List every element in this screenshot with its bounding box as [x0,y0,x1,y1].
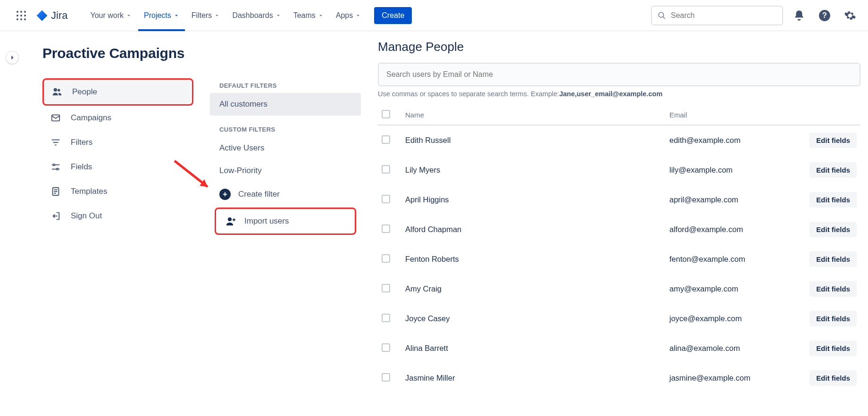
edit-fields-button[interactable]: Edit fields [810,341,857,356]
edit-fields-button[interactable]: Edit fields [810,311,857,326]
main-heading: Manage People [378,40,860,54]
chevron-down-icon [214,13,220,18]
nav-item-label: Teams [293,11,316,20]
sidebar-item-signout[interactable]: Sign Out [42,204,193,228]
filters-column: DEFAULT FILTERS All customers CUSTOM FIL… [210,31,361,416]
nav-item-label: Dashboards [232,11,273,20]
users-table: Name Email Edith Russell edith@example.c… [378,105,860,393]
row-email: fenton@example.com [666,244,799,274]
svg-point-8 [24,18,26,20]
table-row: Edith Russell edith@example.com Edit fie… [378,125,860,155]
global-search[interactable] [651,6,783,25]
row-name: Lily Myers [401,155,666,185]
row-name: Alford Chapman [401,215,666,244]
nav-item-label: Your work [90,11,124,20]
content: Proactive Campaigns People Campaigns Fil… [0,31,868,416]
sidebar: Proactive Campaigns People Campaigns Fil… [0,31,210,416]
edit-fields-button[interactable]: Edit fields [810,251,857,267]
row-email: edith@example.com [666,125,799,155]
row-checkbox[interactable] [382,195,390,203]
sidebar-item-templates[interactable]: Templates [42,179,193,204]
filter-item-label: Low-Priority [219,166,262,175]
sidebar-item-fields[interactable]: Fields [42,155,193,179]
svg-point-0 [17,11,18,13]
nav-item-apps[interactable]: Apps [330,0,367,31]
filter-item-active-users[interactable]: Active Users [210,137,361,159]
nav-item-projects[interactable]: Projects [138,0,185,31]
row-checkbox[interactable] [382,373,390,382]
notifications-button[interactable] [790,6,809,25]
row-checkbox[interactable] [382,343,390,352]
nav-item-label: Apps [336,11,353,20]
nav-item-filters[interactable]: Filters [186,0,226,31]
settings-button[interactable] [841,6,860,25]
create-filter-button[interactable]: + Create filter [210,182,361,207]
help-icon: ? [818,9,831,22]
table-row: Jasmine Miller jasmine@example.com Edit … [378,363,860,393]
row-checkbox[interactable] [382,225,390,233]
nav-item-label: Projects [144,11,171,20]
create-button[interactable]: Create [374,7,412,24]
row-name: Edith Russell [401,125,666,155]
help-button[interactable]: ? [815,6,834,25]
filter-item-all-customers[interactable]: All customers [210,93,361,116]
search-icon [658,11,666,20]
sidebar-collapse-handle[interactable] [6,51,19,64]
select-all-cell [378,105,401,125]
row-checkbox[interactable] [382,314,390,322]
table-row: April Higgins april@example.com Edit fie… [378,185,860,215]
sidebar-item-people[interactable]: People [42,78,193,106]
nav-item-teams[interactable]: Teams [288,0,329,31]
chevron-down-icon [318,13,324,18]
row-name: Jasmine Miller [401,363,666,393]
svg-point-9 [659,12,664,17]
svg-point-6 [17,18,18,20]
row-email: alford@example.com [666,215,799,244]
default-filters-heading: DEFAULT FILTERS [210,78,361,93]
main-panel: Manage People Use commas or spaces to se… [361,31,868,416]
filter-item-low-priority[interactable]: Low-Priority [210,159,361,182]
row-checkbox[interactable] [382,135,390,144]
search-hint: Use commas or spaces to separate search … [378,90,860,98]
svg-point-2 [24,11,26,13]
edit-fields-button[interactable]: Edit fields [810,281,857,297]
brand-logo[interactable]: Jira [36,9,67,22]
row-checkbox[interactable] [382,284,390,292]
nav-item-dashboards[interactable]: Dashboards [226,0,286,31]
table-header-row: Name Email [378,105,860,125]
edit-fields-button[interactable]: Edit fields [810,222,857,237]
brand-name: Jira [51,9,67,22]
row-name: April Higgins [401,185,666,215]
edit-fields-button[interactable]: Edit fields [810,192,857,208]
nav-item-your-work[interactable]: Your work [84,0,137,31]
sliders-icon [50,161,61,173]
select-all-checkbox[interactable] [382,110,390,118]
app-switcher-button[interactable] [13,8,29,24]
svg-point-20 [57,168,58,170]
sidebar-item-filters[interactable]: Filters [42,130,193,155]
top-nav: Jira Your work Projects Filters Dashboar… [0,0,868,31]
edit-fields-button[interactable]: Edit fields [810,133,857,148]
search-users-input[interactable] [378,63,860,86]
row-email: alina@examole.com [666,333,799,363]
row-checkbox[interactable] [382,165,390,174]
row-name: Alina Barrett [401,333,666,363]
row-name: Amy Craig [401,274,666,304]
svg-point-7 [20,18,22,20]
svg-point-4 [20,15,22,17]
plus-circle-icon: + [219,189,231,200]
table-row: Lily Myers lily@example.com Edit fields [378,155,860,185]
import-users-button[interactable]: Import users [215,208,356,235]
sidebar-item-campaigns[interactable]: Campaigns [42,106,193,130]
row-checkbox[interactable] [382,254,390,263]
chevron-down-icon [126,13,132,18]
svg-line-10 [663,17,665,19]
filter-item-label: Active Users [219,143,264,153]
edit-fields-button[interactable]: Edit fields [810,162,857,178]
annotation-arrow [0,100,5,125]
edit-fields-button[interactable]: Edit fields [810,370,857,386]
global-search-input[interactable] [671,11,776,20]
bell-icon [793,9,805,22]
svg-point-28 [228,217,232,221]
svg-point-5 [24,15,26,17]
